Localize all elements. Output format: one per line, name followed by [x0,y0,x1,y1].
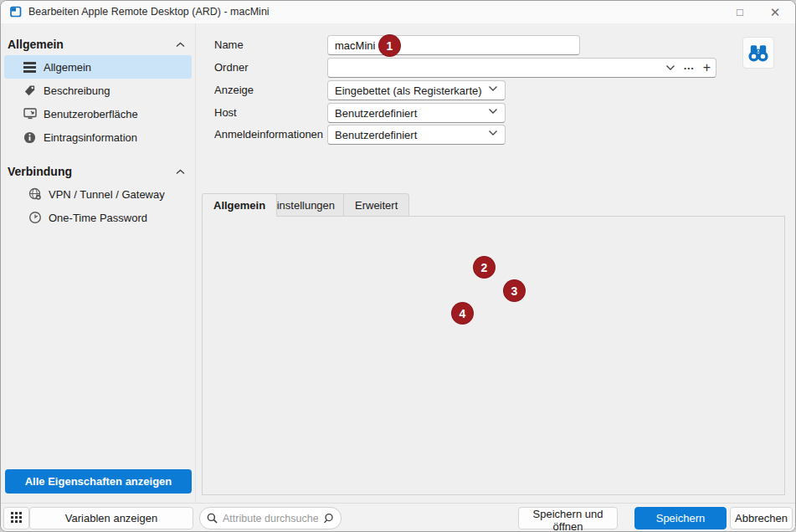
host-mode-value: Benutzerdefiniert [335,107,488,120]
sidebar-item-label: Eintragsinformation [44,131,137,144]
sidebar-item-benutzeroberflaeche[interactable]: Benutzeroberfläche [4,102,192,125]
sidebar: Allgemein Allgemein Beschreibung Benutze… [1,23,196,503]
tag-icon [23,84,37,98]
variables-grid-button[interactable] [3,507,29,529]
chevron-up-icon [176,42,185,48]
title-bar: Bearbeiten Apple Remote Desktop (ARD) - … [1,1,795,23]
attribute-search [199,507,342,529]
tab-label: Erweitert [355,199,398,212]
tab-panel-allgemein [202,216,785,495]
step-badge-3: 3 [504,280,525,301]
search-submit-icon[interactable] [323,513,334,524]
connection-type-badge [742,37,774,69]
tab-allgemein[interactable]: Allgemein [202,193,277,217]
chevron-up-icon [176,169,185,175]
sidebar-item-allgemein[interactable]: Allgemein [4,55,192,79]
credentials-mode-value: Benutzerdefiniert [335,129,488,141]
credentials-mode-label: Anmeldeinformationen [214,128,323,141]
step-badge-1: 1 [379,35,400,56]
monitor-icon [23,107,37,121]
folder-browse-icon[interactable]: ··· [684,62,695,74]
show-variables-button[interactable]: Variablen anzeigen [29,507,193,529]
sidebar-item-vpn-tunnel-gateway[interactable]: VPN / Tunnel / Gateway [4,182,192,206]
chevron-down-icon [488,85,498,95]
name-input[interactable] [328,36,579,54]
host-mode-select[interactable]: Benutzerdefiniert [327,103,506,123]
close-icon: ✕ [770,5,781,20]
close-button[interactable]: ✕ [758,1,792,23]
folder-label: Ordner [214,61,248,74]
show-all-properties-button[interactable]: Alle Eigenschaften anzeigen [5,469,192,494]
maximize-button[interactable]: □ [723,1,757,23]
display-label: Anzeige [214,84,254,96]
step-badge-4: 4 [452,303,473,324]
edit-connection-dialog: Bearbeiten Apple Remote Desktop (ARD) - … [0,0,796,532]
sidebar-item-label: VPN / Tunnel / Gateway [49,188,165,201]
folder-input[interactable] [328,59,716,77]
step-badge-2: 2 [474,257,495,278]
section-label: Allgemein [8,38,64,51]
globe-lock-icon [28,187,42,202]
search-icon [207,513,218,524]
folder-combo: ··· + [327,58,716,78]
footer-bar: Variablen anzeigen Speichern und öffnen … [1,503,796,532]
chevron-down-icon [488,108,498,118]
grid-icon [11,512,22,523]
window-icon [9,5,23,18]
sidebar-item-label: One-Time Password [49,212,147,224]
folder-add-icon[interactable]: + [703,60,711,75]
tab-label: Allgemein [213,199,265,212]
sidebar-item-label: Beschreibung [44,84,110,97]
binoculars-icon [747,41,770,64]
attribute-search-input[interactable] [223,513,318,524]
cancel-button[interactable]: Abbrechen [730,507,793,529]
display-select[interactable]: Eingebettet (als Registerkarte) [327,80,506,100]
info-icon [23,130,37,145]
section-label: Verbindung [8,165,72,178]
window-title: Bearbeiten Apple Remote Desktop (ARD) - … [28,6,270,18]
name-field-wrap [327,35,580,55]
save-and-open-button[interactable]: Speichern und öffnen [518,507,618,529]
display-value: Eingebettet (als Registerkarte) [335,84,488,97]
sidebar-item-one-time-password[interactable]: One-Time Password [4,206,192,229]
tab-label: Einstellungen [270,199,335,212]
credentials-mode-select[interactable]: Benutzerdefiniert [327,125,506,145]
maximize-icon: □ [737,6,743,18]
sidebar-item-eintragsinformation[interactable]: Eintragsinformation [4,125,192,149]
name-label: Name [214,38,244,51]
tab-erweitert[interactable]: Erweitert [343,193,409,217]
sidebar-section-verbindung[interactable]: Verbindung [1,161,195,182]
sidebar-section-allgemein[interactable]: Allgemein [1,33,195,55]
clock-icon [28,211,42,225]
sidebar-item-label: Allgemein [44,61,91,74]
chevron-down-icon [488,130,498,140]
folder-dropdown-chevron-icon[interactable] [665,64,675,71]
sidebar-item-beschreibung[interactable]: Beschreibung [4,79,192,102]
sidebar-item-label: Benutzeroberfläche [44,108,138,120]
save-button[interactable]: Speichern [634,507,727,529]
host-mode-label: Host [214,106,237,119]
list-icon [23,60,37,74]
